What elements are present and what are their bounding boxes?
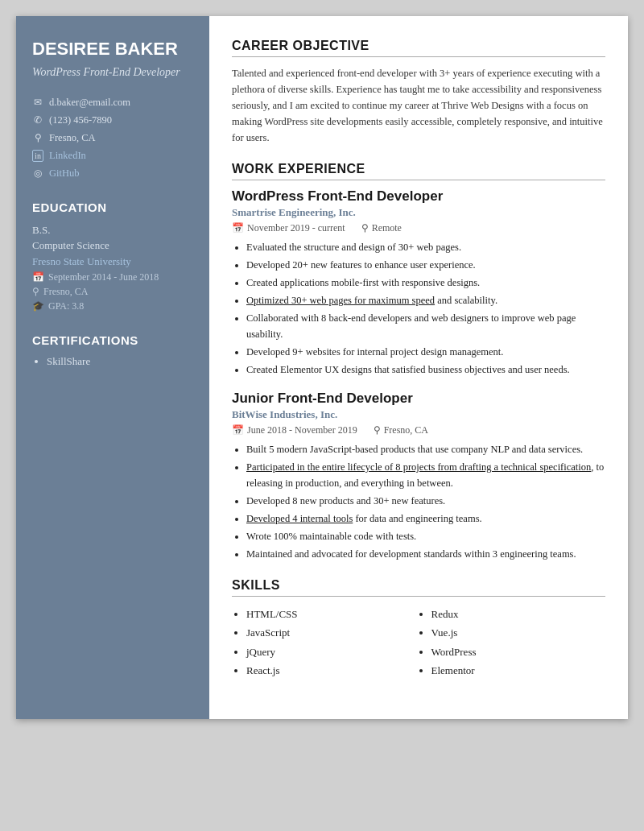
edu-gpa: 🎓 GPA: 3.8 xyxy=(32,300,193,312)
email-value: d.baker@email.com xyxy=(49,97,130,109)
skill-1: HTML/CSS xyxy=(246,605,421,623)
bullet-2-3: Developed 8 new products and 30+ new fea… xyxy=(246,493,605,509)
certifications-section: CERTIFICATIONS SkillShare xyxy=(32,333,193,368)
main-content: CAREER OBJECTIVE Talented and experience… xyxy=(209,16,628,719)
underline-text-2: Participated in the entire lifecycle of … xyxy=(246,461,591,473)
phone-icon: ✆ xyxy=(32,114,43,126)
skill-2: JavaScript xyxy=(246,623,421,642)
github-contact[interactable]: ◎ GitHub xyxy=(32,167,193,180)
skill-6: Vue.js xyxy=(431,623,606,642)
bullet-2-6: Maintained and advocated for development… xyxy=(246,546,605,562)
candidate-title: WordPress Front-End Developer xyxy=(32,64,193,81)
cert-item: SkillShare xyxy=(47,355,193,368)
location-value: Fresno, CA xyxy=(49,132,96,144)
skills-list: HTML/CSS JavaScript jQuery React.js Redu… xyxy=(232,605,605,680)
phone-value: (123) 456-7890 xyxy=(49,114,112,126)
job-title-2: Junior Front-End Developer xyxy=(232,391,605,407)
sidebar: DESIREE BAKER WordPress Front-End Develo… xyxy=(16,16,209,719)
bullet-1-6: Developed 9+ websites for internal proje… xyxy=(246,344,605,360)
linkedin-contact[interactable]: in LinkedIn xyxy=(32,150,193,162)
objective-text: Talented and experienced front-end devel… xyxy=(232,65,605,146)
job-dates-1: 📅 November 2019 - current xyxy=(232,222,345,234)
work-experience-section: WORK EXPERIENCE WordPress Front-End Deve… xyxy=(232,162,605,562)
skills-title: SKILLS xyxy=(232,578,605,597)
bullet-2-2: Participated in the entire lifecycle of … xyxy=(246,459,605,491)
bullet-1-5: Collaborated with 8 back-end developers … xyxy=(246,310,605,342)
job-title-1: WordPress Front-End Developer xyxy=(232,188,605,205)
work-experience-title: WORK EXPERIENCE xyxy=(232,162,605,180)
linkedin-link[interactable]: LinkedIn xyxy=(49,150,86,162)
job-entry-1: WordPress Front-End Developer Smartrise … xyxy=(232,188,605,378)
cert-list: SkillShare xyxy=(32,355,193,368)
email-icon: ✉ xyxy=(32,97,43,109)
job-meta-2: 📅 June 2018 - November 2019 ⚲ Fresno, CA xyxy=(232,424,605,436)
calendar-icon-2: 📅 xyxy=(232,424,244,436)
bullet-1-1: Evaluated the structure and design of 30… xyxy=(246,239,605,255)
bullet-1-2: Developed 20+ new features to enhance us… xyxy=(246,257,605,273)
github-icon: ◎ xyxy=(32,167,43,180)
certifications-title: CERTIFICATIONS xyxy=(32,333,193,347)
location-icon: ⚲ xyxy=(32,132,43,144)
bullet-2-5: Wrote 100% maintainable code with tests. xyxy=(246,528,605,544)
bullet-2-1: Built 5 modern JavaScript-based products… xyxy=(246,441,605,457)
bullet-1-3: Created applications mobile-first with r… xyxy=(246,275,605,291)
career-objective-section: CAREER OBJECTIVE Talented and experience… xyxy=(232,39,605,146)
resume-container: DESIREE BAKER WordPress Front-End Develo… xyxy=(16,16,628,719)
contact-section: ✉ d.baker@email.com ✆ (123) 456-7890 ⚲ F… xyxy=(32,97,193,180)
job-bullets-2: Built 5 modern JavaScript-based products… xyxy=(232,441,605,562)
linkedin-icon: in xyxy=(32,150,43,162)
job-meta-1: 📅 November 2019 - current ⚲ Remote xyxy=(232,222,605,234)
pin-icon-2: ⚲ xyxy=(374,424,381,436)
education-section: EDUCATION B.S. Computer Science Fresno S… xyxy=(32,201,193,312)
job-location-1: ⚲ Remote xyxy=(361,222,402,234)
job-company-1: Smartrise Engineering, Inc. xyxy=(232,206,605,219)
underline-text-1: Optimized 30+ web pages for maximum spee… xyxy=(246,295,435,306)
skill-8: Elementor xyxy=(431,661,606,680)
edu-university: Fresno State University xyxy=(32,255,193,268)
education-title: EDUCATION xyxy=(32,201,193,214)
bullet-1-7: Created Elementor UX designs that satisf… xyxy=(246,362,605,378)
edu-location-icon: ⚲ xyxy=(32,286,39,298)
location-contact: ⚲ Fresno, CA xyxy=(32,132,193,144)
job-dates-2: 📅 June 2018 - November 2019 xyxy=(232,424,357,436)
phone-contact: ✆ (123) 456-7890 xyxy=(32,114,193,126)
edu-location: ⚲ Fresno, CA xyxy=(32,286,193,298)
candidate-name: DESIREE BAKER xyxy=(32,39,193,60)
calendar-icon-1: 📅 xyxy=(232,222,244,234)
job-company-2: BitWise Industries, Inc. xyxy=(232,408,605,421)
bullet-2-4: Developed 4 internal tools for data and … xyxy=(246,511,605,527)
job-entry-2: Junior Front-End Developer BitWise Indus… xyxy=(232,391,605,562)
edu-dates: 📅 September 2014 - June 2018 xyxy=(32,271,193,283)
github-link[interactable]: GitHub xyxy=(49,167,80,180)
grad-icon: 🎓 xyxy=(32,300,44,312)
pin-icon-1: ⚲ xyxy=(361,222,369,234)
skill-5: Redux xyxy=(431,605,606,623)
underline-text-3: Developed 4 internal tools xyxy=(246,513,353,524)
bullet-1-4: Optimized 30+ web pages for maximum spee… xyxy=(246,292,605,308)
calendar-icon: 📅 xyxy=(32,271,44,283)
career-objective-title: CAREER OBJECTIVE xyxy=(232,39,605,57)
skill-3: jQuery xyxy=(246,643,421,661)
edu-field: Computer Science xyxy=(32,238,193,254)
job-location-2: ⚲ Fresno, CA xyxy=(374,424,428,436)
job-bullets-1: Evaluated the structure and design of 30… xyxy=(232,239,605,378)
email-contact: ✉ d.baker@email.com xyxy=(32,97,193,109)
skill-4: React.js xyxy=(246,661,421,680)
skills-section: SKILLS HTML/CSS JavaScript jQuery React.… xyxy=(232,578,605,680)
skill-7: WordPress xyxy=(431,643,606,661)
edu-degree: B.S. xyxy=(32,222,193,238)
